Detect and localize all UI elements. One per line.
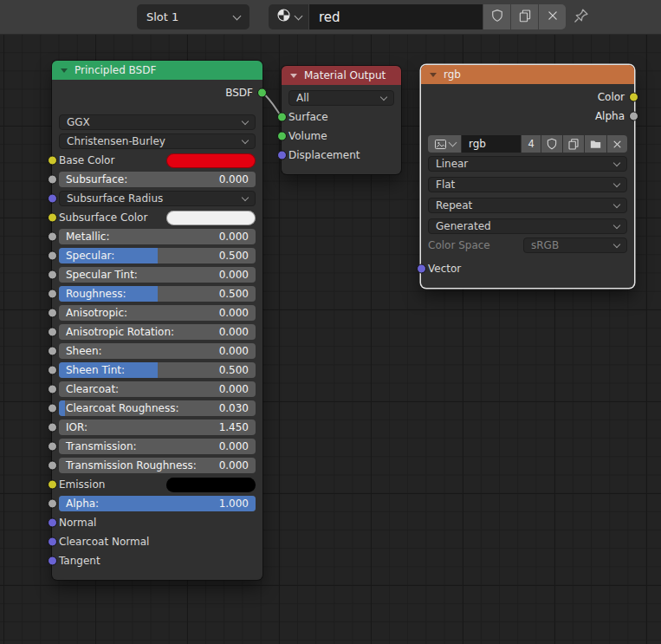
sheen-socket[interactable] xyxy=(48,347,57,356)
image-users-button[interactable]: 4 xyxy=(522,135,541,153)
transmission-roughness-slider[interactable]: Transmission Roughness:0.000 xyxy=(59,458,256,473)
transmission-roughness-socket[interactable] xyxy=(48,461,57,471)
clearcoat-socket[interactable] xyxy=(48,385,57,394)
sheen-slider[interactable]: Sheen:0.000 xyxy=(59,343,256,359)
clearcoat-roughness-socket[interactable] xyxy=(48,404,57,413)
normal-socket[interactable] xyxy=(48,518,57,528)
chevron-down-icon xyxy=(613,240,620,247)
slider-value: 0.000 xyxy=(219,307,249,319)
image-name-field[interactable]: rgb xyxy=(462,135,521,153)
ggx-dropdown[interactable]: GGX xyxy=(59,114,256,130)
clearcoat-normal-socket[interactable] xyxy=(48,537,57,547)
alpha-socket[interactable] xyxy=(629,112,638,121)
transmission-socket[interactable] xyxy=(48,442,57,452)
sheen-tint-socket[interactable] xyxy=(48,366,57,375)
color-space-dropdown[interactable]: sRGB xyxy=(523,237,627,253)
fake-user-button[interactable] xyxy=(541,135,562,153)
fake-user-button[interactable] xyxy=(483,4,510,29)
all-dropdown[interactable]: All xyxy=(288,90,394,106)
emission-row: Emission xyxy=(52,475,262,494)
unlink-image-button[interactable] xyxy=(607,135,627,153)
dropdown-value: All xyxy=(296,92,309,104)
ior-row: IOR:1.450 xyxy=(52,418,262,437)
anisotropic-slider[interactable]: Anisotropic:0.000 xyxy=(59,305,256,321)
subsurface-color-swatch[interactable] xyxy=(166,211,256,225)
close-icon xyxy=(545,8,561,26)
ior-slider[interactable]: IOR:1.450 xyxy=(59,420,256,435)
linear-dropdown[interactable]: Linear xyxy=(428,156,627,172)
material-browse-button[interactable] xyxy=(269,4,308,29)
roughness-slider[interactable]: Roughness:0.500 xyxy=(59,286,256,302)
surface-socket[interactable] xyxy=(277,113,287,122)
tangent-socket[interactable] xyxy=(48,556,57,566)
node-material-output: Material OutputAllSurfaceVolumeDisplacem… xyxy=(282,66,401,174)
chevron-down-icon xyxy=(613,179,620,186)
dropdown-row: Subsurface Radius xyxy=(52,189,262,208)
repeat-dropdown[interactable]: Repeat xyxy=(428,198,627,213)
christensen-burley-dropdown[interactable]: Christensen-Burley xyxy=(59,133,256,149)
roughness-socket[interactable] xyxy=(48,289,57,299)
collapse-triangle-icon[interactable] xyxy=(290,74,297,78)
clearcoat-slider[interactable]: Clearcoat:0.000 xyxy=(59,381,256,397)
clearcoat-roughness-slider[interactable]: Clearcoat Roughness:0.030 xyxy=(59,400,256,416)
emission-socket[interactable] xyxy=(48,480,57,490)
open-image-button[interactable] xyxy=(585,135,606,153)
pin-icon[interactable] xyxy=(572,7,590,29)
displacement-socket[interactable] xyxy=(277,151,287,160)
collapse-triangle-icon[interactable] xyxy=(430,73,437,77)
anisotropic-rotation-socket[interactable] xyxy=(48,328,57,337)
slider-label: Metallic: xyxy=(66,231,109,243)
alpha-socket[interactable] xyxy=(48,499,57,509)
unlink-material-button[interactable] xyxy=(539,4,566,29)
emission-swatch[interactable] xyxy=(166,478,256,492)
volume-input-label: Volume xyxy=(288,130,327,142)
specular-slider[interactable]: Specular:0.500 xyxy=(59,248,256,263)
transmission-slider[interactable]: Transmission:0.000 xyxy=(59,439,256,454)
node-header-principled-bsdf[interactable]: Principled BSDF xyxy=(52,61,262,80)
slider-value: 1.000 xyxy=(219,498,249,510)
slider-label: Clearcoat: xyxy=(66,383,119,395)
slider-label: Roughness: xyxy=(66,288,126,300)
copy-image-button[interactable] xyxy=(563,135,584,153)
slider-label: Sheen Tint: xyxy=(66,364,125,376)
metallic-slider[interactable]: Metallic:0.000 xyxy=(59,229,256,244)
normal-row: Normal xyxy=(52,513,262,532)
vector-socket[interactable] xyxy=(417,264,426,274)
chevron-down-icon xyxy=(613,159,620,166)
ior-socket[interactable] xyxy=(48,423,57,433)
node-header-material-output[interactable]: Material Output xyxy=(282,66,401,85)
subsurface-slider[interactable]: Subsurface:0.000 xyxy=(59,172,256,187)
subsurface-radius-socket[interactable] xyxy=(48,194,57,204)
specular-tint-slider[interactable]: Specular Tint:0.000 xyxy=(59,267,256,283)
slider-label: Anisotropic: xyxy=(66,307,127,319)
volume-row: Volume xyxy=(282,127,401,146)
alpha-slider[interactable]: Alpha:1.000 xyxy=(59,496,256,511)
base-color-swatch[interactable] xyxy=(166,153,256,168)
slider-label: IOR: xyxy=(66,421,87,433)
sheen-tint-slider[interactable]: Sheen Tint:0.500 xyxy=(59,362,256,378)
subsurface-color-socket[interactable] xyxy=(48,213,57,223)
anisotropic-rotation-slider[interactable]: Anisotropic Rotation:0.000 xyxy=(59,324,256,340)
material-name-field[interactable]: red xyxy=(309,4,483,29)
slider-label: Specular Tint: xyxy=(66,269,138,281)
flat-dropdown[interactable]: Flat xyxy=(428,177,627,192)
bsdf-socket[interactable] xyxy=(257,88,267,98)
metallic-socket[interactable] xyxy=(48,232,57,242)
slot-select[interactable]: Slot 1 xyxy=(137,4,249,29)
subsurface-socket[interactable] xyxy=(48,175,57,185)
collapse-triangle-icon[interactable] xyxy=(61,68,68,73)
new-material-button[interactable] xyxy=(511,4,538,29)
clearcoat-normal-input-label: Clearcoat Normal xyxy=(59,536,149,548)
generated-dropdown[interactable]: Generated xyxy=(428,218,627,234)
node-header-rgb-image-texture[interactable]: rgb xyxy=(421,65,634,84)
specular-tint-socket[interactable] xyxy=(48,270,57,280)
base-color-socket[interactable] xyxy=(48,156,57,166)
anisotropic-socket[interactable] xyxy=(48,309,57,318)
color-socket[interactable] xyxy=(629,93,638,102)
volume-socket[interactable] xyxy=(277,132,287,141)
subsurface-radius-dropdown[interactable]: Subsurface Radius xyxy=(59,191,256,206)
image-browse-button[interactable] xyxy=(428,135,461,153)
specular-socket[interactable] xyxy=(48,251,57,261)
node-title: rgb xyxy=(444,68,461,81)
dropdown-row: Generated xyxy=(421,217,634,236)
